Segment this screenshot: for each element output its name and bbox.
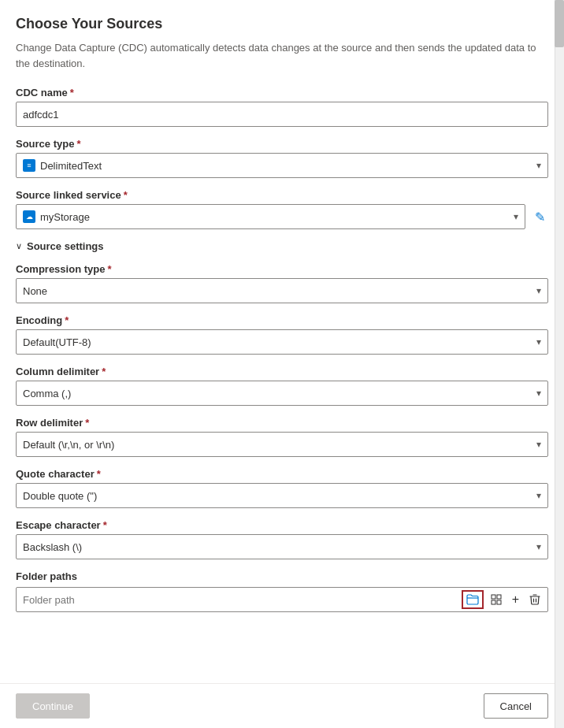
compression-type-label: Compression type * [16, 263, 548, 275]
quote-character-chevron-icon: ▾ [536, 490, 541, 501]
svg-rect-1 [497, 595, 501, 599]
required-star-compression: * [107, 263, 111, 275]
linked-service-chevron-icon: ▾ [514, 211, 518, 222]
folder-open-icon [466, 593, 479, 606]
source-type-value: DelimitedText [40, 160, 102, 172]
cdc-name-field-group: CDC name * [16, 87, 548, 127]
source-linked-service-field-group: Source linked service * ☁ myStorage ▾ ✎ [16, 189, 548, 229]
row-delimiter-field-group: Row delimiter * Default (\r,\n, or \r\n)… [16, 417, 548, 457]
source-type-chevron-icon: ▾ [536, 160, 541, 171]
row-delimiter-select-display[interactable]: Default (\r,\n, or \r\n) ▾ [16, 432, 548, 457]
escape-character-chevron-icon: ▾ [536, 541, 541, 552]
compression-type-select-wrapper[interactable]: None ▾ [16, 278, 548, 303]
quote-character-select-display[interactable]: Double quote (") ▾ [16, 483, 548, 508]
browse-folder-button[interactable] [462, 590, 484, 609]
encoding-value: Default(UTF-8) [23, 336, 91, 348]
linked-service-row: ☁ myStorage ▾ ✎ [16, 204, 548, 229]
add-folder-path-button[interactable]: + [509, 591, 522, 608]
required-star-encoding: * [65, 314, 69, 326]
page-description: Change Data Capture (CDC) automatically … [16, 40, 548, 71]
folder-path-input[interactable] [17, 588, 458, 611]
row-delimiter-chevron-icon: ▾ [536, 439, 541, 450]
cdc-name-input[interactable] [16, 102, 548, 127]
escape-character-select-display[interactable]: Backslash (\) ▾ [16, 534, 548, 559]
encoding-select-wrapper[interactable]: Default(UTF-8) ▾ [16, 329, 548, 355]
svg-rect-3 [497, 600, 501, 604]
edit-linked-service-button[interactable]: ✎ [532, 210, 548, 225]
source-linked-service-label: Source linked service * [16, 189, 548, 201]
footer: Continue Cancel [0, 683, 564, 728]
source-type-select-display[interactable]: ≡ DelimitedText ▾ [16, 153, 548, 178]
column-delimiter-select-wrapper[interactable]: Comma (,) ▾ [16, 381, 548, 406]
required-star-row: * [85, 417, 89, 429]
compression-type-value: None [23, 285, 47, 297]
compression-type-field-group: Compression type * None ▾ [16, 263, 548, 303]
compression-chevron-icon: ▾ [536, 285, 541, 296]
page-title: Choose Your Sources [16, 16, 548, 32]
column-delimiter-value: Comma (,) [23, 388, 71, 399]
grid-icon [490, 593, 503, 606]
continue-button[interactable]: Continue [16, 693, 90, 719]
quote-character-label: Quote character * [16, 468, 548, 480]
delete-folder-path-button[interactable] [525, 592, 544, 607]
source-type-field-group: Source type * ≡ DelimitedText ▾ [16, 138, 548, 178]
encoding-chevron-icon: ▾ [536, 336, 541, 347]
column-delimiter-chevron-icon: ▾ [536, 388, 541, 399]
encoding-label: Encoding * [16, 314, 548, 326]
scrollbar-thumb[interactable] [555, 0, 564, 47]
quote-character-field-group: Quote character * Double quote (") ▾ [16, 468, 548, 508]
column-delimiter-label: Column delimiter * [16, 366, 548, 377]
escape-character-value: Backslash (\) [23, 541, 82, 553]
linked-service-select-wrapper[interactable]: ☁ myStorage ▾ [16, 204, 525, 229]
column-delimiter-field-group: Column delimiter * Comma (,) ▾ [16, 366, 548, 406]
row-delimiter-select-wrapper[interactable]: Default (\r,\n, or \r\n) ▾ [16, 432, 548, 457]
escape-character-select-wrapper[interactable]: Backslash (\) ▾ [16, 534, 548, 559]
cancel-button[interactable]: Cancel [484, 693, 548, 719]
required-star-column: * [102, 366, 106, 377]
linked-service-value: myStorage [40, 211, 90, 223]
collapse-icon: ∨ [16, 241, 22, 251]
quote-character-value: Double quote (") [23, 490, 97, 502]
svg-rect-2 [492, 600, 495, 604]
required-star: * [70, 87, 74, 98]
main-panel: Choose Your Sources Change Data Capture … [0, 0, 564, 728]
row-delimiter-label: Row delimiter * [16, 417, 548, 429]
delimited-text-icon: ≡ [23, 159, 35, 172]
required-star-linked: * [124, 189, 128, 201]
required-star-source-type: * [76, 138, 80, 150]
source-type-select-wrapper[interactable]: ≡ DelimitedText ▾ [16, 153, 548, 178]
table-browse-button[interactable] [487, 592, 506, 607]
storage-icon: ☁ [23, 210, 35, 223]
linked-service-select-display[interactable]: ☁ myStorage ▾ [16, 204, 525, 229]
row-delimiter-value: Default (\r,\n, or \r\n) [23, 439, 114, 451]
folder-paths-label: Folder paths [16, 570, 548, 582]
source-type-label: Source type * [16, 138, 548, 150]
cdc-name-label: CDC name * [16, 87, 548, 98]
panel-content: Choose Your Sources Change Data Capture … [0, 0, 564, 683]
escape-character-field-group: Escape character * Backslash (\) ▾ [16, 519, 548, 559]
source-settings-label: Source settings [27, 240, 104, 252]
column-delimiter-select-display[interactable]: Comma (,) ▾ [16, 381, 548, 406]
escape-character-label: Escape character * [16, 519, 548, 531]
encoding-select-display[interactable]: Default(UTF-8) ▾ [16, 329, 548, 355]
compression-type-select-display[interactable]: None ▾ [16, 278, 548, 303]
scrollbar[interactable] [555, 0, 564, 728]
folder-path-input-row: + [16, 587, 548, 612]
source-settings-header[interactable]: ∨ Source settings [16, 240, 548, 252]
quote-character-select-wrapper[interactable]: Double quote (") ▾ [16, 483, 548, 508]
encoding-field-group: Encoding * Default(UTF-8) ▾ [16, 314, 548, 355]
folder-paths-section: Folder paths + [16, 570, 548, 612]
svg-rect-0 [492, 595, 495, 599]
required-star-quote: * [97, 468, 101, 480]
delete-icon [529, 593, 541, 606]
required-star-escape: * [103, 519, 107, 531]
